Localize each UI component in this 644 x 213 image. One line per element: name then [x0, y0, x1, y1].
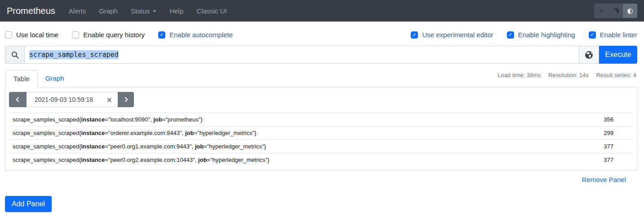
series-metric: scrape_samples_scraped{instance="localho… — [9, 113, 570, 126]
check-mark-icon: ✓ — [413, 32, 417, 37]
series-row: scrape_samples_scraped{instance="peer0.o… — [9, 140, 633, 153]
series-metric: scrape_samples_scraped{instance="peer0.o… — [9, 153, 570, 167]
remove-panel-row: Remove Panel — [5, 176, 626, 184]
navbar: Prometheus AlertsGraphStatusHelpClassic … — [0, 0, 644, 22]
caret-down-icon — [153, 10, 156, 12]
unchecked-checkbox-icon[interactable]: ✓ — [72, 31, 79, 39]
sun-icon: ☀ — [598, 8, 604, 14]
checkbox-label: Use local time — [16, 31, 58, 39]
check-mark-icon: ✓ — [160, 32, 164, 37]
series-value: 356 — [570, 113, 633, 126]
moon-icon — [613, 8, 619, 14]
brand-prometheus[interactable]: Prometheus — [7, 6, 55, 16]
nav-item-classic-ui[interactable]: Classic UI — [196, 7, 227, 15]
checkbox-label: Enable query history — [83, 31, 145, 39]
dark-theme-button[interactable] — [608, 4, 623, 18]
time-forward-button[interactable] — [118, 92, 134, 107]
checkbox-enable-query-history[interactable]: ✓Enable query history — [72, 31, 145, 39]
nav-item-graph[interactable]: Graph — [99, 7, 118, 15]
table-tab-content: 2021-09-03 10:59:18 × scrape_samples_scr… — [5, 87, 637, 170]
checkbox-enable-autocomplete[interactable]: ✓Enable autocomplete — [158, 31, 233, 39]
series-value: 299 — [570, 126, 633, 140]
chevron-right-icon — [123, 97, 128, 102]
query-panel: Load time: 38ms Resolution: 14s Result s… — [5, 70, 637, 184]
options-left-group: ✓Use local time✓Enable query history✓Ena… — [5, 31, 246, 39]
evaluation-time-picker: 2021-09-03 10:59:18 × — [9, 92, 134, 107]
nav-item-status[interactable]: Status — [131, 7, 157, 15]
add-panel-button[interactable]: Add Panel — [5, 196, 52, 212]
checked-checkbox-icon[interactable]: ✓ — [507, 31, 514, 39]
execute-button[interactable]: Execute — [599, 46, 637, 64]
query-stats: Load time: 38ms Resolution: 14s Result s… — [492, 72, 636, 78]
checked-checkbox-icon[interactable]: ✓ — [411, 31, 418, 39]
result-series: Result series: 4 — [596, 72, 636, 78]
checkbox-use-experimental-editor[interactable]: ✓Use experimental editor — [411, 31, 493, 39]
search-icon — [11, 51, 19, 59]
tab-table[interactable]: Table — [5, 70, 38, 87]
query-row: scrape_samples_scraped Execute — [5, 46, 637, 64]
evaluation-time-input[interactable]: 2021-09-03 10:59:18 × — [27, 92, 118, 107]
nav-item-help[interactable]: Help — [169, 7, 183, 15]
series-value: 377 — [570, 153, 633, 167]
nav-links: AlertsGraphStatusHelpClassic UI — [69, 7, 240, 15]
checked-checkbox-icon[interactable]: ✓ — [589, 31, 596, 39]
checkbox-label: Enable linter — [600, 31, 637, 39]
checked-checkbox-icon[interactable]: ✓ — [158, 31, 165, 39]
expression-input[interactable]: scrape_samples_scraped — [24, 46, 579, 64]
theme-toggle-group: ☀ ◐ — [594, 4, 637, 18]
series-row: scrape_samples_scraped{instance="peer0.o… — [9, 153, 633, 167]
globe-icon — [585, 51, 593, 59]
search-prefix — [5, 46, 24, 64]
checkbox-label: Enable highlighting — [518, 31, 575, 39]
series-metric: scrape_samples_scraped{instance="orderer… — [9, 126, 570, 140]
light-theme-button[interactable]: ☀ — [594, 4, 608, 18]
series-value: 377 — [570, 140, 633, 153]
nav-item-alerts[interactable]: Alerts — [69, 7, 86, 15]
resolution: Resolution: 14s — [548, 72, 589, 78]
check-mark-icon: ✓ — [590, 32, 594, 37]
time-back-button[interactable] — [9, 92, 27, 107]
metrics-explorer-button[interactable] — [579, 46, 599, 64]
unchecked-checkbox-icon[interactable]: ✓ — [5, 31, 12, 39]
expression-selected-text: scrape_samples_scraped — [29, 50, 119, 59]
checkbox-enable-highlighting[interactable]: ✓Enable highlighting — [507, 31, 575, 39]
evaluation-time-value: 2021-09-03 10:59:18 — [35, 96, 93, 103]
checkbox-enable-linter[interactable]: ✓Enable linter — [589, 31, 637, 39]
series-row: scrape_samples_scraped{instance="orderer… — [9, 126, 633, 140]
result-table: scrape_samples_scraped{instance="localho… — [9, 113, 633, 166]
remove-panel-link[interactable]: Remove Panel — [582, 176, 626, 183]
clear-time-icon[interactable]: × — [107, 96, 112, 104]
checkbox-use-local-time[interactable]: ✓Use local time — [5, 31, 58, 39]
options-right-group: ✓Use experimental editor✓Enable highligh… — [411, 31, 637, 39]
checkbox-label: Use experimental editor — [422, 31, 493, 39]
checkbox-label: Enable autocomplete — [169, 31, 233, 39]
options-bar: ✓Use local time✓Enable query history✓Ena… — [0, 22, 644, 43]
tab-graph[interactable]: Graph — [38, 70, 72, 87]
half-contrast-icon: ◐ — [627, 8, 633, 14]
auto-theme-button[interactable]: ◐ — [623, 4, 637, 18]
series-metric: scrape_samples_scraped{instance="peer0.o… — [9, 140, 570, 153]
check-mark-icon: ✓ — [508, 32, 512, 37]
load-time: Load time: 38ms — [497, 72, 541, 78]
chevron-left-icon — [16, 97, 21, 102]
series-row: scrape_samples_scraped{instance="localho… — [9, 113, 633, 126]
